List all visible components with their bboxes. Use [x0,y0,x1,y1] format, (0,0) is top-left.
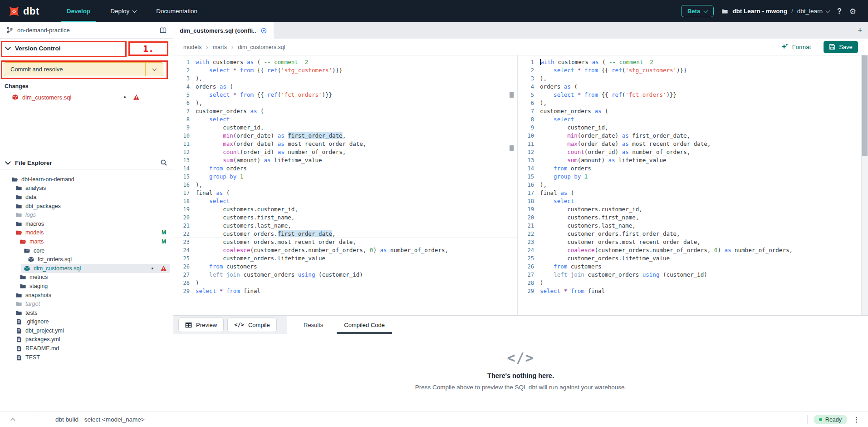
compile-button[interactable]: </> Compile [227,318,276,332]
code-line[interactable]: 20 customers.first_name, [173,214,517,222]
code-line[interactable]: 12 count(order_id) as number_of_orders, [173,148,517,156]
code-line[interactable]: 16), [173,181,517,189]
file-tree-item[interactable]: metrics [0,273,173,282]
code-line[interactable]: 28) [173,279,517,287]
breadcrumb-item[interactable]: models [183,44,201,50]
commit-options-caret[interactable] [145,63,163,76]
code-line[interactable]: 22 customer_orders.first_order_date, [173,230,517,238]
tab-dim-customers[interactable]: dim_customers.sql (confli... [173,22,274,39]
code-line[interactable]: 14 from orders [173,164,517,173]
code-line[interactable]: 28) [518,279,868,287]
code-line[interactable]: 21 customers.last_name, [518,222,868,230]
file-tree-item[interactable]: modelsM [0,228,173,238]
code-line[interactable]: 24 coalesce(customer_orders.number_of_or… [173,246,517,254]
file-tree-item[interactable]: TEST [0,353,173,362]
scrollbar-thumb[interactable] [862,55,868,156]
file-tree-item[interactable]: data [0,193,173,202]
file-tree-item[interactable]: .gitignore [0,318,173,327]
nav-deploy[interactable]: Deploy [100,0,146,22]
dbt-logo[interactable]: dbt [0,5,39,17]
scrollbar-mark[interactable] [510,145,514,151]
commit-and-resolve-button[interactable]: Commit and resolve [4,62,163,76]
code-line[interactable]: 3), [173,74,517,83]
code-line[interactable]: 26 from customers [173,263,517,271]
file-tree-item[interactable]: dim_customers.sql [21,264,170,273]
code-line[interactable]: 7customer_orders as ( [518,107,868,115]
scrollbar-track[interactable] [861,55,868,315]
new-tab-button[interactable]: + [858,22,863,39]
code-line[interactable]: 27 left join customer_orders using (cust… [518,271,868,279]
code-line[interactable]: 9 customer_id, [173,124,517,132]
code-line[interactable]: 16), [518,181,868,189]
file-tree-item[interactable]: core [0,246,173,255]
file-tree-item[interactable]: staging [0,282,173,291]
code-line[interactable]: 21 customers.last_name, [173,222,517,230]
kebab-menu-icon[interactable]: ⋮ [853,416,860,424]
search-icon[interactable] [160,159,167,166]
file-tree-item[interactable]: snapshots [0,291,173,300]
account-name[interactable]: dbt Learn - mwong [732,8,787,15]
tab-compiled-code[interactable]: Compiled Code [344,316,385,334]
code-line[interactable]: 4orders as ( [173,83,517,91]
save-button[interactable]: Save [824,41,858,53]
code-line[interactable]: 1with customers as ( -- comment 2 [518,58,868,66]
code-line[interactable]: 18 select [518,197,868,205]
file-tree-item[interactable]: martsM [0,237,173,246]
code-line[interactable]: 19 customers.customer_id, [518,205,868,214]
project-selector[interactable]: dbt_learn [797,8,829,15]
file-explorer-header[interactable]: File Explorer [0,156,173,169]
code-line[interactable]: 17final as ( [518,189,868,197]
gear-icon[interactable]: ⚙ [849,7,856,16]
code-line[interactable]: 15 group by 1 [173,173,517,181]
code-line[interactable]: 3), [518,74,868,83]
code-line[interactable]: 4orders as ( [518,83,868,91]
code-line[interactable]: 5 select * from {{ ref('fct_orders')}} [173,91,517,99]
branch-selector[interactable]: on-demand-practice [0,22,173,39]
code-line[interactable]: 23 customer_orders.most_recent_order_dat… [518,238,868,246]
code-line[interactable]: 13 sum(amount) as lifetime_value [173,156,517,164]
code-line[interactable]: 8 select [518,115,868,124]
format-button[interactable]: Format [781,43,811,50]
code-line[interactable]: 15 group by 1 [518,173,868,181]
nav-documentation[interactable]: Documentation [146,0,207,22]
code-line[interactable]: 2 select * from {{ ref('stg_customers')}… [173,66,517,74]
file-tree-item[interactable]: dbt-learn-on-demand [0,175,173,184]
file-tree-item[interactable]: packages.yml [0,335,173,344]
file-tree-item[interactable]: target [0,299,173,308]
command-bar-expand-button[interactable] [0,412,38,427]
code-line[interactable]: 2 select * from {{ ref('stg_customers')}… [518,66,868,74]
code-line[interactable]: 17final as ( [173,189,517,197]
file-tree-item[interactable]: analysis [0,184,173,193]
changed-file[interactable]: dim_customers.sql [0,92,173,103]
file-tree-item[interactable]: fct_orders.sql [0,255,173,264]
preview-button[interactable]: Preview [178,318,224,332]
tab-results[interactable]: Results [304,316,323,334]
scrollbar-mark[interactable] [510,92,514,98]
code-line[interactable]: 24 coalesce(customer_orders.number_of_or… [518,246,868,254]
code-line[interactable]: 10 min(order_date) as first_order_date, [518,132,868,140]
beta-dropdown[interactable]: Beta [681,5,714,17]
code-line[interactable]: 25 customer_orders.lifetime_value [518,254,868,263]
file-tree-item[interactable]: dbt_packages [0,202,173,211]
code-line[interactable]: 7customer_orders as ( [173,107,517,115]
breadcrumb-item[interactable]: marts [213,44,227,50]
code-line[interactable]: 29select * from final [518,287,868,295]
code-line[interactable]: 27 left join customer_orders using (cust… [173,271,517,279]
code-line[interactable]: 29select * from final [173,287,517,295]
code-line[interactable]: 12 count(order_id) as number_of_orders, [518,148,868,156]
code-line[interactable]: 26 from customers [518,263,868,271]
code-line[interactable]: 10 min(order_date) as first_order_date, [173,132,517,140]
code-line[interactable]: 20 customers.first_name, [518,214,868,222]
file-tree-item[interactable]: README.md [0,344,173,353]
code-line[interactable]: 6), [518,99,868,107]
file-tree-item[interactable]: tests [0,308,173,318]
file-tree-item[interactable]: logs [0,210,173,219]
file-tree-item[interactable]: macros [0,219,173,228]
code-line[interactable]: 6), [173,99,517,107]
code-line[interactable]: 8 select [173,115,517,124]
command-input[interactable]: dbt build --select <model_name> [55,416,145,423]
code-line[interactable]: 14 from orders [518,164,868,173]
breadcrumb-item[interactable]: dim_customers.sql [238,44,285,50]
editor-pane-right[interactable]: 1with customers as ( -- comment 22 selec… [517,55,868,315]
code-line[interactable]: 5 select * from {{ ref('fct_orders')}} [518,91,868,99]
